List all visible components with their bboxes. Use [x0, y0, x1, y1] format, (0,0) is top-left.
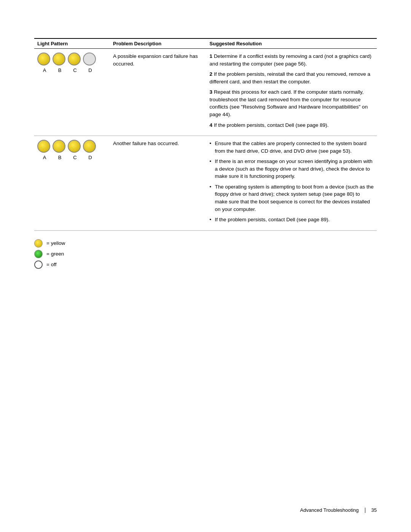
label-d: D: [84, 67, 97, 74]
resolution-step: 4 If the problem persists, contact Dell …: [210, 121, 374, 129]
resolution-cell: Ensure that the cables are properly conn…: [207, 136, 377, 231]
legend-label-yellow: = yellow: [46, 240, 65, 246]
step-number: 2: [210, 71, 214, 77]
label-b: B: [53, 154, 66, 161]
resolution-step: 1 Determine if a conflict exists by remo…: [210, 53, 374, 67]
legend-circle-green: [34, 250, 43, 258]
label-c: C: [68, 154, 81, 161]
light-pattern-container: ABCD: [37, 140, 107, 161]
lights-row: [37, 140, 96, 153]
main-table: Light Pattern Problem Description Sugges…: [34, 38, 377, 231]
problem-cell: Another failure has occurred.: [110, 136, 207, 231]
label-a: A: [38, 67, 51, 74]
light-a: [37, 53, 50, 66]
legend-label-off: = off: [46, 262, 56, 267]
resolution-step: 3 Repeat this process for each card. If …: [210, 88, 374, 118]
footer-page-number: 35: [371, 507, 377, 513]
header-resolution: Suggested Resolution: [207, 38, 377, 49]
label-b: B: [53, 67, 66, 74]
bullet-item: If there is an error message on your scr…: [210, 158, 374, 180]
light-b: [53, 53, 65, 66]
bullet-item: The operating system is attempting to bo…: [210, 183, 374, 213]
light-pattern-container: ABCD: [37, 53, 107, 74]
label-c: C: [68, 67, 81, 74]
light-b: [53, 140, 65, 153]
step-number: 1: [210, 53, 214, 59]
step-number: 4: [210, 122, 214, 128]
legend: = yellow= green= off: [34, 239, 377, 269]
table-row: ABCDAnother failure has occurred.Ensure …: [34, 136, 377, 231]
legend-item-green: = green: [34, 250, 377, 258]
footer-section: Advanced Troubleshooting: [300, 507, 359, 513]
pattern-cell: ABCD: [34, 136, 110, 231]
footer-divider: [365, 508, 365, 513]
labels-row: ABCD: [38, 67, 97, 74]
header-pattern: Light Pattern: [34, 38, 110, 49]
bullet-item: Ensure that the cables are properly conn…: [210, 140, 374, 155]
light-c: [68, 53, 81, 66]
light-d: [83, 140, 96, 153]
pattern-cell: ABCD: [34, 49, 110, 136]
legend-item-off: = off: [34, 260, 377, 269]
labels-row: ABCD: [38, 154, 97, 161]
problem-cell: A possible expansion card failure has oc…: [110, 49, 207, 136]
table-row: ABCDA possible expansion card failure ha…: [34, 49, 377, 136]
page-footer: Advanced Troubleshooting 35: [300, 507, 377, 513]
legend-circle-off: [34, 260, 43, 269]
resolution-step: 2 If the problem persists, reinstall the…: [210, 70, 374, 85]
label-d: D: [84, 154, 97, 161]
light-a: [37, 140, 50, 153]
legend-circle-yellow: [34, 239, 43, 248]
light-d: [83, 53, 96, 66]
page: Light Pattern Problem Description Sugges…: [0, 0, 411, 532]
label-a: A: [38, 154, 51, 161]
step-number: 3: [210, 89, 214, 95]
header-problem: Problem Description: [110, 38, 207, 49]
lights-row: [37, 53, 96, 66]
bullet-list: Ensure that the cables are properly conn…: [210, 140, 374, 224]
legend-label-green: = green: [46, 251, 64, 257]
bullet-item: If the problem persists, contact Dell (s…: [210, 216, 374, 224]
legend-item-yellow: = yellow: [34, 239, 377, 248]
light-c: [68, 140, 81, 153]
resolution-cell: 1 Determine if a conflict exists by remo…: [207, 49, 377, 136]
